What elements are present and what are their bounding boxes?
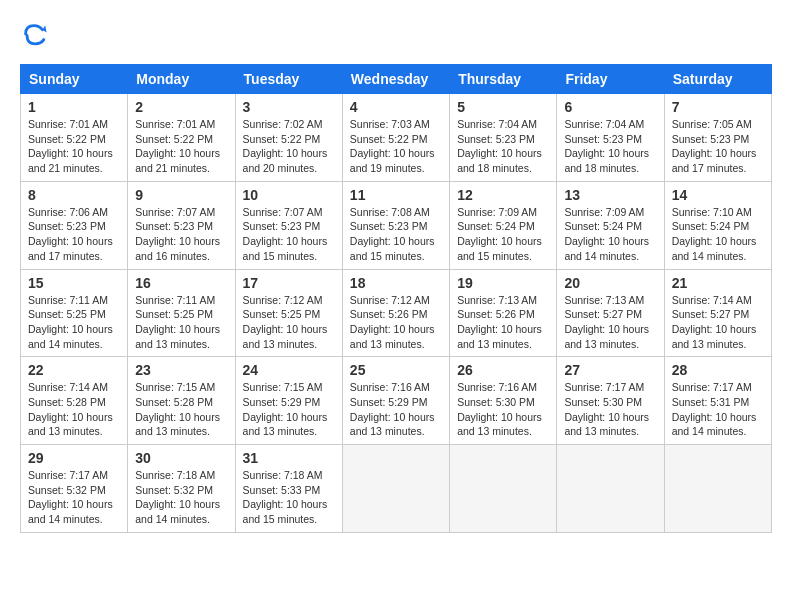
day-number: 7 [672, 99, 764, 115]
day-number: 28 [672, 362, 764, 378]
day-number: 8 [28, 187, 120, 203]
calendar-cell: 24Sunrise: 7:15 AM Sunset: 5:29 PM Dayli… [235, 357, 342, 445]
calendar-cell: 22Sunrise: 7:14 AM Sunset: 5:28 PM Dayli… [21, 357, 128, 445]
day-number: 3 [243, 99, 335, 115]
day-info: Sunrise: 7:18 AM Sunset: 5:32 PM Dayligh… [135, 468, 227, 527]
day-info: Sunrise: 7:12 AM Sunset: 5:25 PM Dayligh… [243, 293, 335, 352]
day-info: Sunrise: 7:08 AM Sunset: 5:23 PM Dayligh… [350, 205, 442, 264]
day-number: 13 [564, 187, 656, 203]
calendar-cell: 19Sunrise: 7:13 AM Sunset: 5:26 PM Dayli… [450, 269, 557, 357]
day-number: 4 [350, 99, 442, 115]
day-number: 27 [564, 362, 656, 378]
calendar-week-5: 29Sunrise: 7:17 AM Sunset: 5:32 PM Dayli… [21, 445, 772, 533]
day-number: 1 [28, 99, 120, 115]
day-info: Sunrise: 7:10 AM Sunset: 5:24 PM Dayligh… [672, 205, 764, 264]
day-number: 15 [28, 275, 120, 291]
day-number: 20 [564, 275, 656, 291]
day-info: Sunrise: 7:17 AM Sunset: 5:31 PM Dayligh… [672, 380, 764, 439]
calendar-cell: 12Sunrise: 7:09 AM Sunset: 5:24 PM Dayli… [450, 181, 557, 269]
calendar-cell: 14Sunrise: 7:10 AM Sunset: 5:24 PM Dayli… [664, 181, 771, 269]
calendar-cell: 7Sunrise: 7:05 AM Sunset: 5:23 PM Daylig… [664, 94, 771, 182]
calendar-table: SundayMondayTuesdayWednesdayThursdayFrid… [20, 64, 772, 533]
calendar-week-1: 1Sunrise: 7:01 AM Sunset: 5:22 PM Daylig… [21, 94, 772, 182]
day-info: Sunrise: 7:11 AM Sunset: 5:25 PM Dayligh… [135, 293, 227, 352]
day-number: 21 [672, 275, 764, 291]
day-number: 31 [243, 450, 335, 466]
calendar-cell: 23Sunrise: 7:15 AM Sunset: 5:28 PM Dayli… [128, 357, 235, 445]
calendar-cell [664, 445, 771, 533]
day-info: Sunrise: 7:09 AM Sunset: 5:24 PM Dayligh… [457, 205, 549, 264]
day-number: 12 [457, 187, 549, 203]
weekday-header-wednesday: Wednesday [342, 65, 449, 94]
weekday-header-monday: Monday [128, 65, 235, 94]
calendar-cell [557, 445, 664, 533]
day-number: 2 [135, 99, 227, 115]
calendar-cell: 2Sunrise: 7:01 AM Sunset: 5:22 PM Daylig… [128, 94, 235, 182]
day-info: Sunrise: 7:04 AM Sunset: 5:23 PM Dayligh… [457, 117, 549, 176]
calendar-cell: 3Sunrise: 7:02 AM Sunset: 5:22 PM Daylig… [235, 94, 342, 182]
day-info: Sunrise: 7:17 AM Sunset: 5:30 PM Dayligh… [564, 380, 656, 439]
calendar-cell: 5Sunrise: 7:04 AM Sunset: 5:23 PM Daylig… [450, 94, 557, 182]
logo [20, 20, 52, 48]
weekday-header-friday: Friday [557, 65, 664, 94]
calendar-cell: 1Sunrise: 7:01 AM Sunset: 5:22 PM Daylig… [21, 94, 128, 182]
calendar-cell: 9Sunrise: 7:07 AM Sunset: 5:23 PM Daylig… [128, 181, 235, 269]
calendar-cell [450, 445, 557, 533]
header [20, 20, 772, 48]
calendar-cell: 27Sunrise: 7:17 AM Sunset: 5:30 PM Dayli… [557, 357, 664, 445]
day-number: 23 [135, 362, 227, 378]
day-number: 29 [28, 450, 120, 466]
weekday-header-tuesday: Tuesday [235, 65, 342, 94]
calendar-cell: 29Sunrise: 7:17 AM Sunset: 5:32 PM Dayli… [21, 445, 128, 533]
day-info: Sunrise: 7:13 AM Sunset: 5:26 PM Dayligh… [457, 293, 549, 352]
calendar-cell: 15Sunrise: 7:11 AM Sunset: 5:25 PM Dayli… [21, 269, 128, 357]
day-info: Sunrise: 7:04 AM Sunset: 5:23 PM Dayligh… [564, 117, 656, 176]
calendar-week-3: 15Sunrise: 7:11 AM Sunset: 5:25 PM Dayli… [21, 269, 772, 357]
day-info: Sunrise: 7:11 AM Sunset: 5:25 PM Dayligh… [28, 293, 120, 352]
day-info: Sunrise: 7:02 AM Sunset: 5:22 PM Dayligh… [243, 117, 335, 176]
day-number: 26 [457, 362, 549, 378]
day-info: Sunrise: 7:01 AM Sunset: 5:22 PM Dayligh… [28, 117, 120, 176]
calendar-week-4: 22Sunrise: 7:14 AM Sunset: 5:28 PM Dayli… [21, 357, 772, 445]
day-number: 6 [564, 99, 656, 115]
day-info: Sunrise: 7:05 AM Sunset: 5:23 PM Dayligh… [672, 117, 764, 176]
day-number: 14 [672, 187, 764, 203]
day-info: Sunrise: 7:09 AM Sunset: 5:24 PM Dayligh… [564, 205, 656, 264]
day-info: Sunrise: 7:16 AM Sunset: 5:30 PM Dayligh… [457, 380, 549, 439]
calendar-cell: 8Sunrise: 7:06 AM Sunset: 5:23 PM Daylig… [21, 181, 128, 269]
calendar-cell: 25Sunrise: 7:16 AM Sunset: 5:29 PM Dayli… [342, 357, 449, 445]
day-info: Sunrise: 7:16 AM Sunset: 5:29 PM Dayligh… [350, 380, 442, 439]
weekday-header-saturday: Saturday [664, 65, 771, 94]
weekday-header-thursday: Thursday [450, 65, 557, 94]
day-info: Sunrise: 7:07 AM Sunset: 5:23 PM Dayligh… [243, 205, 335, 264]
day-number: 30 [135, 450, 227, 466]
calendar-cell: 6Sunrise: 7:04 AM Sunset: 5:23 PM Daylig… [557, 94, 664, 182]
day-number: 10 [243, 187, 335, 203]
day-number: 5 [457, 99, 549, 115]
day-number: 17 [243, 275, 335, 291]
calendar-cell: 4Sunrise: 7:03 AM Sunset: 5:22 PM Daylig… [342, 94, 449, 182]
calendar-body: 1Sunrise: 7:01 AM Sunset: 5:22 PM Daylig… [21, 94, 772, 533]
day-number: 24 [243, 362, 335, 378]
day-number: 19 [457, 275, 549, 291]
calendar-cell: 26Sunrise: 7:16 AM Sunset: 5:30 PM Dayli… [450, 357, 557, 445]
day-info: Sunrise: 7:17 AM Sunset: 5:32 PM Dayligh… [28, 468, 120, 527]
calendar-cell: 13Sunrise: 7:09 AM Sunset: 5:24 PM Dayli… [557, 181, 664, 269]
day-info: Sunrise: 7:15 AM Sunset: 5:28 PM Dayligh… [135, 380, 227, 439]
day-info: Sunrise: 7:13 AM Sunset: 5:27 PM Dayligh… [564, 293, 656, 352]
day-info: Sunrise: 7:03 AM Sunset: 5:22 PM Dayligh… [350, 117, 442, 176]
day-number: 11 [350, 187, 442, 203]
day-info: Sunrise: 7:18 AM Sunset: 5:33 PM Dayligh… [243, 468, 335, 527]
calendar-cell: 11Sunrise: 7:08 AM Sunset: 5:23 PM Dayli… [342, 181, 449, 269]
weekday-header-sunday: Sunday [21, 65, 128, 94]
calendar-cell: 31Sunrise: 7:18 AM Sunset: 5:33 PM Dayli… [235, 445, 342, 533]
calendar-cell: 21Sunrise: 7:14 AM Sunset: 5:27 PM Dayli… [664, 269, 771, 357]
calendar-cell [342, 445, 449, 533]
calendar-cell: 10Sunrise: 7:07 AM Sunset: 5:23 PM Dayli… [235, 181, 342, 269]
calendar-cell: 28Sunrise: 7:17 AM Sunset: 5:31 PM Dayli… [664, 357, 771, 445]
day-number: 25 [350, 362, 442, 378]
day-info: Sunrise: 7:14 AM Sunset: 5:28 PM Dayligh… [28, 380, 120, 439]
calendar-cell: 17Sunrise: 7:12 AM Sunset: 5:25 PM Dayli… [235, 269, 342, 357]
calendar-cell: 30Sunrise: 7:18 AM Sunset: 5:32 PM Dayli… [128, 445, 235, 533]
day-info: Sunrise: 7:14 AM Sunset: 5:27 PM Dayligh… [672, 293, 764, 352]
